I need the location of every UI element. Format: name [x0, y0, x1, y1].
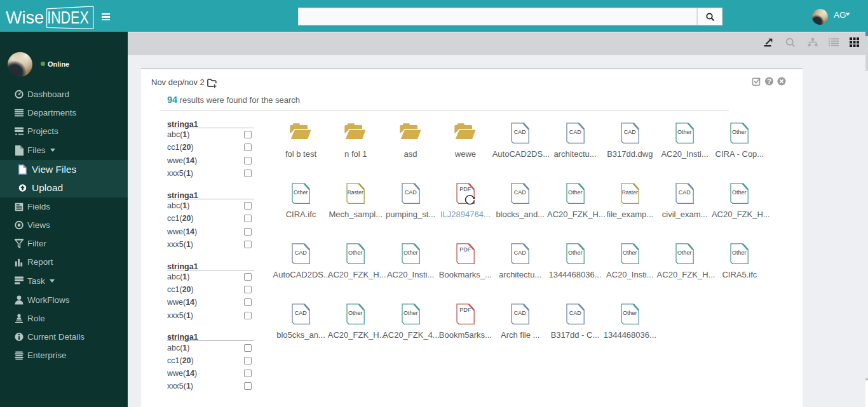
svg-text:PDF: PDF — [459, 307, 471, 313]
svg-text:Other: Other — [567, 250, 582, 256]
svg-text:Other: Other — [294, 189, 308, 196]
svg-text:CAD: CAD — [514, 310, 527, 316]
svg-text:CAD: CAD — [295, 310, 308, 316]
svg-text:Other: Other — [677, 129, 692, 135]
svg-text:Other: Other — [403, 250, 418, 256]
svg-text:CAD: CAD — [404, 189, 417, 196]
svg-text:Other: Other — [403, 310, 418, 316]
svg-text:CAD: CAD — [514, 250, 527, 256]
svg-text:PDF: PDF — [459, 186, 471, 192]
svg-text:CAD: CAD — [295, 250, 308, 256]
svg-text:Other: Other — [677, 250, 692, 256]
svg-text:Other: Other — [623, 250, 637, 256]
svg-text:CAD: CAD — [679, 189, 691, 196]
svg-text:CAD: CAD — [569, 129, 581, 135]
svg-text:Other: Other — [732, 129, 747, 135]
svg-text:CAD: CAD — [514, 129, 527, 135]
svg-text:Raster: Raster — [621, 189, 637, 196]
svg-text:INDEX: INDEX — [47, 8, 89, 27]
svg-text:Wise: Wise — [6, 8, 44, 27]
svg-text:Other: Other — [732, 250, 747, 256]
svg-text:Other: Other — [732, 189, 747, 196]
svg-text:PDF: PDF — [459, 246, 471, 253]
svg-text:Other: Other — [348, 310, 363, 316]
svg-text:Other: Other — [567, 189, 582, 196]
svg-text:CAD: CAD — [569, 310, 581, 316]
svg-text:Raster: Raster — [348, 189, 363, 196]
svg-text:Other: Other — [623, 310, 637, 316]
svg-text:?: ? — [767, 77, 771, 85]
svg-text:Other: Other — [348, 250, 363, 256]
svg-text:CAD: CAD — [623, 129, 636, 135]
svg-text:CAD: CAD — [514, 189, 527, 196]
